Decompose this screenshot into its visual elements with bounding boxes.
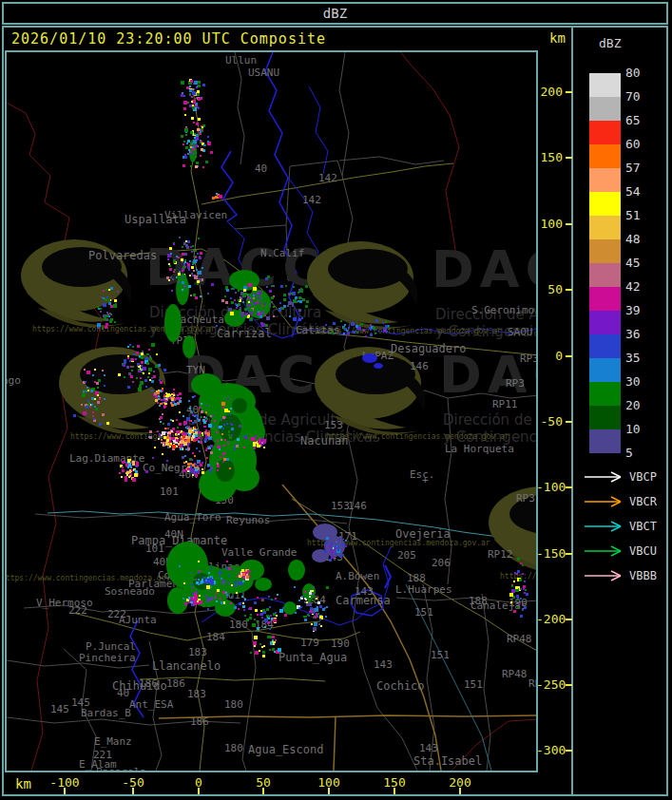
map-label: RP48 [507,634,532,644]
map-label: La Horqueta [445,444,514,454]
river-line [385,565,391,588]
vector-row: VBCP [584,470,671,484]
road-line [159,715,536,718]
scale-value-label: 10 [625,423,641,436]
map-label: Agua_Toro [164,512,221,523]
province-border [90,366,347,387]
radar-map[interactable]: DACCDirección de Agriculturay Contingenc… [5,50,538,772]
scale-color-block [589,263,621,287]
map-label: 186 [139,678,158,689]
map-label: TPIA [170,335,196,346]
map-label: USANU [248,67,279,78]
map-label: 40N [179,469,198,480]
map-label: 146 [348,501,367,511]
right-axis-tick-mark [566,750,572,752]
map-label: 142 [318,173,337,183]
scale-value-label: 60 [625,138,641,151]
road-line [334,717,336,771]
vector-label: VBCR [629,495,657,508]
map-label: Cacheuta [174,314,224,325]
map-label: 183 [187,689,206,699]
province-border [399,52,459,256]
map-label: 222 [68,605,87,616]
map-label: 153 [331,501,350,511]
right-axis-tick-mark [566,421,572,423]
scale-value-label: 35 [625,352,641,365]
map-label: Uspallata [125,215,186,225]
map-label: Bardas_B [81,708,131,718]
map-label: 40 [255,163,267,174]
map-label: 180 [224,743,243,753]
province-border [482,594,490,771]
map-label: 40 [186,405,199,415]
scale-value-label: 45 [625,257,641,270]
map-label: 221 [93,750,112,760]
scale-color-block [589,382,621,406]
map-label: S.Geronimo [471,305,534,315]
map-label: 151 [464,679,483,690]
map-label: Desaguadero [391,344,466,354]
right-axis-tick-mark [566,684,572,686]
panel-divider [571,26,573,796]
title-bar: dBZ [2,2,668,25]
map-label: RP3 [516,493,535,504]
river-line [227,221,536,338]
map-label: 145 [50,704,69,714]
radar-app: { "title": "dBZ", "timestamp": "2026/01/… [0,0,672,800]
map-label: Sosneado [105,586,155,597]
map-label: Catitas [296,325,339,335]
map-label: Lag.Diamante [69,453,144,464]
bottom-axis-tick-mark [394,788,395,794]
map-label: 146 [410,361,429,371]
right-axis-tick-mark [566,355,572,357]
right-axis-tick-label: -300 [536,743,563,757]
scale-color-block [589,311,621,334]
scale-color-block [589,192,621,216]
right-axis-tick-label: 0 [536,349,563,363]
map-label: 40N [153,557,172,567]
map-label: Cochico [376,681,425,692]
map-label: Ovejeria [395,529,451,540]
bottom-axis-tick-mark [328,788,330,794]
right-axis-tick-mark [566,619,572,620]
map-label: Pincheira [79,653,136,663]
right-axis-tick-label: 50 [536,282,563,296]
scale-color-block [589,287,621,311]
map-label: 184 [206,632,225,642]
scale-color-block [589,73,621,97]
map-label: Valle Grande [221,547,297,558]
scale-color-block [589,168,621,192]
scale-value-label: 42 [625,280,641,294]
map-label: N.Calif [260,248,304,258]
scale-value-label: 39 [625,304,641,317]
vector-row: VBCT [584,520,671,533]
map-label: RP3 [506,378,525,389]
map-label: Reyunos [226,515,270,525]
bottom-axis-tick-mark [198,788,200,794]
map-label: Punta_Agua [278,653,347,663]
scale-value-label: 70 [625,90,641,104]
province-border [235,52,244,164]
scale-value-label: 36 [625,328,641,341]
right-axis-tick-mark [566,486,572,488]
map-label: Carrizal [217,329,272,339]
bottom-axis-tick-mark [262,788,264,794]
map-label: Polvaredas [88,251,157,261]
map-label: TYN [186,365,205,375]
map-label: Pasarela [96,767,146,772]
right-axis-tick-label: 150 [536,150,563,164]
right-axis-tick-label: -50 [536,414,563,429]
map-label: 153 [324,420,343,430]
right-axis-tick-mark [566,289,572,291]
map-label: 40 [117,688,129,698]
map-label: 40N [164,529,183,540]
right-axis-tick-label: -250 [536,677,563,692]
vbcp-arrow-icon [584,470,625,484]
scale-value-label: 54 [625,185,641,199]
vbbb-arrow-icon [584,569,625,582]
map-label: 150 [215,495,234,505]
right-axis-tick-mark [566,91,572,93]
province-border [286,161,342,225]
map-label: Nihuil [209,590,247,600]
map-label: 101 [145,543,164,554]
